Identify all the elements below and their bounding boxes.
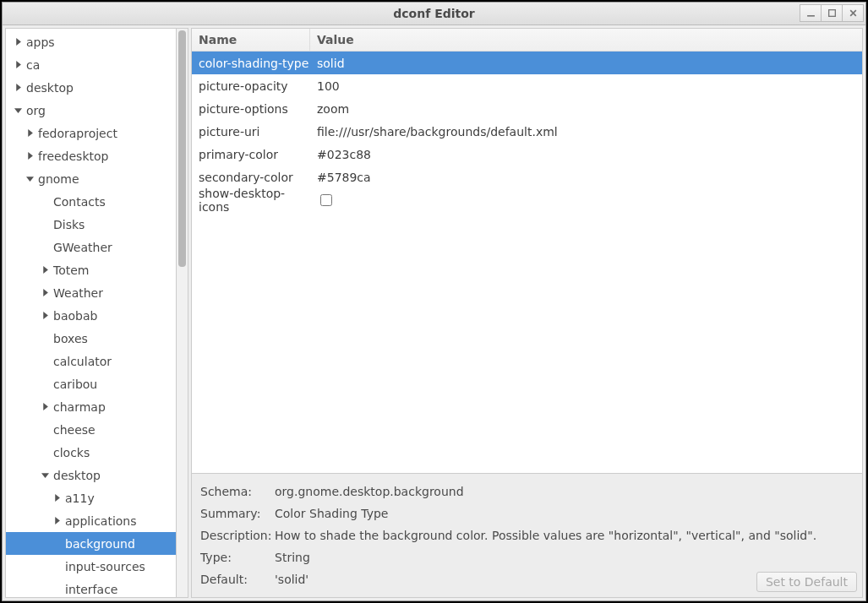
- tree-node[interactable]: org: [6, 99, 176, 122]
- tree-node[interactable]: applications: [6, 509, 176, 532]
- key-value[interactable]: #5789ca: [310, 171, 862, 184]
- tree-node-label: gnome: [38, 172, 79, 186]
- tree-node[interactable]: interface: [6, 578, 176, 598]
- minimize-button[interactable]: [800, 4, 822, 22]
- expander-spacer: [40, 334, 50, 344]
- tree-node-label: interface: [65, 583, 117, 596]
- tree-node[interactable]: fedoraproject: [6, 122, 176, 144]
- table-row[interactable]: picture-urifile:///usr/share/backgrounds…: [192, 120, 862, 143]
- key-name: color-shading-type: [192, 57, 310, 70]
- table-row[interactable]: picture-opacity100: [192, 74, 862, 97]
- table-row[interactable]: secondary-color#5789ca: [192, 166, 862, 188]
- table-row[interactable]: color-shading-typesolid: [192, 52, 862, 74]
- expander-down-icon[interactable]: [40, 470, 50, 481]
- tree-node-label: ca: [26, 58, 40, 72]
- tree-node-label: a11y: [65, 492, 95, 505]
- detail-description-label: Description:: [200, 524, 275, 546]
- tree-node-label: GWeather: [53, 241, 112, 254]
- tree-node-label: input-sources: [65, 560, 145, 573]
- table-row[interactable]: picture-optionszoom: [192, 97, 862, 120]
- key-name: show-desktop-icons: [192, 187, 310, 214]
- tree-node-label: Contacts: [53, 195, 106, 209]
- expander-right-icon[interactable]: [40, 402, 50, 412]
- tree-node-label: charmap: [53, 400, 106, 414]
- table-row[interactable]: show-desktop-icons: [192, 188, 862, 211]
- key-value[interactable]: #023c88: [310, 148, 862, 161]
- expander-down-icon[interactable]: [13, 106, 23, 116]
- detail-summary-value: Color Shading Type: [275, 502, 854, 524]
- key-value[interactable]: solid: [310, 57, 862, 70]
- keys-table: Name Value color-shading-typesolidpictur…: [191, 28, 863, 474]
- tree-node-label: caribou: [53, 378, 97, 391]
- tree-node[interactable]: boxes: [6, 327, 176, 350]
- sidebar-scrollbar[interactable]: [177, 28, 188, 598]
- column-header-value[interactable]: Value: [310, 33, 862, 46]
- tree-node[interactable]: clocks: [6, 441, 176, 464]
- tree-node[interactable]: gnome: [6, 167, 176, 190]
- tree-node[interactable]: cheese: [6, 418, 176, 441]
- tree-node[interactable]: desktop: [6, 76, 176, 99]
- column-header-name[interactable]: Name: [192, 29, 310, 51]
- tree-node[interactable]: Contacts: [6, 190, 176, 213]
- table-row[interactable]: primary-color#023c88: [192, 143, 862, 166]
- key-value-checkbox[interactable]: [320, 194, 332, 206]
- detail-schema-label: Schema:: [200, 481, 275, 502]
- expander-right-icon[interactable]: [25, 128, 35, 139]
- tree-node[interactable]: Disks: [6, 213, 176, 236]
- tree-node[interactable]: background: [6, 532, 176, 555]
- expander-right-icon[interactable]: [13, 37, 23, 47]
- minimize-icon: [806, 8, 816, 18]
- detail-type-row: Type: String: [200, 546, 854, 568]
- expander-right-icon[interactable]: [13, 83, 23, 93]
- tree-node[interactable]: baobab: [6, 304, 176, 327]
- tree-node[interactable]: calculator: [6, 350, 176, 372]
- expander-spacer: [52, 539, 62, 549]
- expander-spacer: [40, 220, 50, 230]
- tree-node[interactable]: a11y: [6, 486, 176, 509]
- scrollbar-thumb[interactable]: [178, 30, 186, 267]
- expander-spacer: [40, 379, 50, 389]
- svg-marker-14: [43, 403, 48, 410]
- titlebar[interactable]: dconf Editor: [3, 3, 865, 25]
- expander-down-icon[interactable]: [25, 174, 35, 184]
- tree-node[interactable]: caribou: [6, 372, 176, 395]
- expander-right-icon[interactable]: [40, 311, 50, 321]
- expander-right-icon[interactable]: [52, 493, 62, 503]
- tree-node-label: calculator: [53, 355, 112, 368]
- key-value[interactable]: 100: [310, 79, 862, 93]
- detail-description-row: Description: How to shade the background…: [200, 524, 854, 546]
- expander-right-icon[interactable]: [25, 151, 35, 161]
- expander-right-icon[interactable]: [52, 516, 62, 526]
- tree-node[interactable]: GWeather: [6, 236, 176, 258]
- tree-node[interactable]: desktop: [6, 464, 176, 486]
- expander-right-icon[interactable]: [40, 288, 50, 298]
- close-button[interactable]: [842, 4, 864, 22]
- set-to-default-button[interactable]: Set to Default: [756, 572, 857, 592]
- expander-spacer: [40, 197, 50, 207]
- tree-node[interactable]: ca: [6, 53, 176, 76]
- tree-node-label: desktop: [26, 81, 74, 95]
- tree-node[interactable]: apps: [6, 30, 176, 53]
- table-header: Name Value: [192, 29, 862, 52]
- tree-node[interactable]: charmap: [6, 395, 176, 418]
- table-body[interactable]: color-shading-typesolidpicture-opacity10…: [192, 52, 862, 473]
- key-value[interactable]: file:///usr/share/backgrounds/default.xm…: [310, 125, 862, 139]
- tree-node[interactable]: freedesktop: [6, 144, 176, 167]
- detail-summary-row: Summary: Color Shading Type: [200, 502, 854, 524]
- tree-node-label: apps: [26, 35, 55, 49]
- expander-spacer: [40, 242, 50, 253]
- svg-marker-7: [14, 108, 22, 113]
- svg-marker-17: [55, 517, 60, 524]
- schema-tree[interactable]: appscadesktoporgfedoraprojectfreedesktop…: [5, 28, 177, 598]
- tree-node[interactable]: Weather: [6, 281, 176, 304]
- app-window: dconf Editor appscadesktoporgfedoraproje…: [2, 2, 866, 601]
- tree-node[interactable]: input-sources: [6, 555, 176, 578]
- svg-marker-16: [55, 494, 60, 502]
- detail-summary-label: Summary:: [200, 502, 275, 524]
- svg-marker-13: [43, 312, 48, 319]
- tree-node[interactable]: Totem: [6, 258, 176, 281]
- expander-right-icon[interactable]: [40, 265, 50, 275]
- maximize-button[interactable]: [821, 4, 843, 22]
- expander-right-icon[interactable]: [13, 60, 23, 70]
- key-value[interactable]: zoom: [310, 102, 862, 116]
